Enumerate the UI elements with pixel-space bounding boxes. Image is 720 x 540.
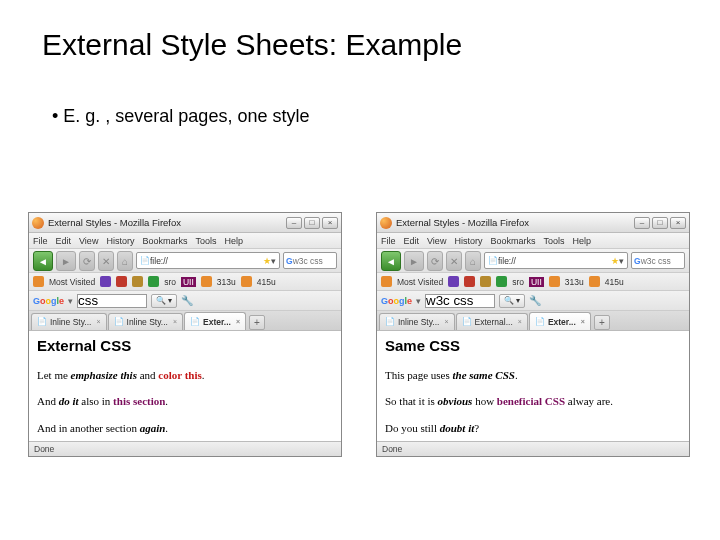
tab-close-icon[interactable]: × [236,314,240,330]
bookmark-folder-icon[interactable] [589,276,600,287]
forward-button[interactable]: ► [56,251,76,271]
bookmark-icon[interactable] [100,276,111,287]
google-logo[interactable]: Google [381,296,412,306]
new-tab-button[interactable]: + [249,315,265,330]
home-button[interactable]: ⌂ [465,251,481,271]
bookmark-most-visited[interactable]: Most Visited [397,277,443,287]
bookmark-link[interactable]: sro [512,277,524,287]
bookmark-link[interactable]: UII [181,277,196,287]
maximize-button[interactable]: □ [652,217,668,229]
maximize-button[interactable]: □ [304,217,320,229]
menu-item[interactable]: Bookmarks [142,236,187,246]
browser-tab[interactable]: 📄 Exter...× [529,312,591,330]
bookmark-icon[interactable] [116,276,127,287]
google-dropdown-icon[interactable]: ▾ [416,296,421,306]
window-titlebar[interactable]: External Styles - Mozilla Firefox–□× [29,213,341,233]
close-button[interactable]: × [322,217,338,229]
tab-icon: 📄 [385,314,395,330]
menu-item[interactable]: History [454,236,482,246]
browser-tab[interactable]: 📄 Inline Sty...× [379,313,455,330]
bookmark-icon[interactable] [148,276,159,287]
browser-tab[interactable]: 📄 Exter...× [184,312,246,330]
back-button[interactable]: ◄ [33,251,53,271]
tab-close-icon[interactable]: × [581,314,585,330]
bookmark-star-icon[interactable]: ★ [263,256,271,266]
google-settings-icon[interactable]: 🔧 [529,295,541,306]
bookmark-folder-icon[interactable] [381,276,392,287]
bookmark-most-visited[interactable]: Most Visited [49,277,95,287]
bookmark-link[interactable]: 313u [565,277,584,287]
tab-label: External... [475,314,513,330]
search-box[interactable]: G w3c css [283,252,337,269]
forward-button[interactable]: ► [404,251,424,271]
search-box[interactable]: G w3c css [631,252,685,269]
menu-item[interactable]: View [427,236,446,246]
google-search-input[interactable] [77,294,147,308]
reload-button[interactable]: ⟳ [427,251,443,271]
menu-item[interactable]: History [106,236,134,246]
browser-tab[interactable]: 📄 Inline Sty...× [108,313,184,330]
bookmark-star-icon[interactable]: ★ [611,256,619,266]
menu-item[interactable]: Help [224,236,243,246]
home-button[interactable]: ⌂ [117,251,133,271]
menu-item[interactable]: Tools [195,236,216,246]
stop-button[interactable]: ✕ [446,251,462,271]
tab-close-icon[interactable]: × [518,314,522,330]
browser-tab[interactable]: 📄 External...× [456,313,528,330]
menu-item[interactable]: Edit [56,236,72,246]
bookmark-icon[interactable] [132,276,143,287]
menu-item[interactable]: Edit [404,236,420,246]
page-icon: 📄 [140,256,150,265]
bookmark-link[interactable]: UII [529,277,544,287]
google-search-input[interactable] [425,294,495,308]
google-settings-icon[interactable]: 🔧 [181,295,193,306]
window-title: External Styles - Mozilla Firefox [48,217,286,228]
search-text: w3c css [293,256,323,266]
bookmark-link[interactable]: sro [164,277,176,287]
address-dropdown-icon[interactable]: ▾ [619,256,624,266]
bookmark-folder-icon[interactable] [549,276,560,287]
tab-close-icon[interactable]: × [444,314,448,330]
minimize-button[interactable]: – [286,217,302,229]
bookmark-folder-icon[interactable] [241,276,252,287]
tab-icon: 📄 [190,314,200,330]
browser-window: External Styles - Mozilla Firefox–□×File… [376,212,690,457]
tab-close-icon[interactable]: × [96,314,100,330]
tab-close-icon[interactable]: × [173,314,177,330]
google-icon: G [634,256,641,266]
browser-tab[interactable]: 📄 Inline Sty...× [31,313,107,330]
bookmark-folder-icon[interactable] [33,276,44,287]
menu-item[interactable]: Bookmarks [490,236,535,246]
tab-icon: 📄 [535,314,545,330]
google-search-button[interactable]: 🔍 ▾ [151,294,177,308]
bookmark-link[interactable]: 415u [605,277,624,287]
window-titlebar[interactable]: External Styles - Mozilla Firefox–□× [377,213,689,233]
minimize-button[interactable]: – [634,217,650,229]
back-button[interactable]: ◄ [381,251,401,271]
stop-button[interactable]: ✕ [98,251,114,271]
bookmark-icon[interactable] [464,276,475,287]
google-logo[interactable]: Google [33,296,64,306]
menu-item[interactable]: File [381,236,396,246]
tab-label: Inline Sty... [398,314,439,330]
address-dropdown-icon[interactable]: ▾ [271,256,276,266]
bookmark-icon[interactable] [448,276,459,287]
menu-item[interactable]: File [33,236,48,246]
reload-button[interactable]: ⟳ [79,251,95,271]
menu-item[interactable]: Help [572,236,591,246]
bookmark-link[interactable]: 313u [217,277,236,287]
google-icon: G [286,256,293,266]
address-bar[interactable]: 📄 file://★ ▾ [136,252,280,269]
bookmark-icon[interactable] [480,276,491,287]
google-search-button[interactable]: 🔍 ▾ [499,294,525,308]
bookmark-folder-icon[interactable] [201,276,212,287]
close-button[interactable]: × [670,217,686,229]
new-tab-button[interactable]: + [594,315,610,330]
google-dropdown-icon[interactable]: ▾ [68,296,73,306]
address-bar[interactable]: 📄 file://★ ▾ [484,252,628,269]
bookmark-link[interactable]: 415u [257,277,276,287]
menu-item[interactable]: Tools [543,236,564,246]
search-text: w3c css [641,256,671,266]
menu-item[interactable]: View [79,236,98,246]
bookmark-icon[interactable] [496,276,507,287]
